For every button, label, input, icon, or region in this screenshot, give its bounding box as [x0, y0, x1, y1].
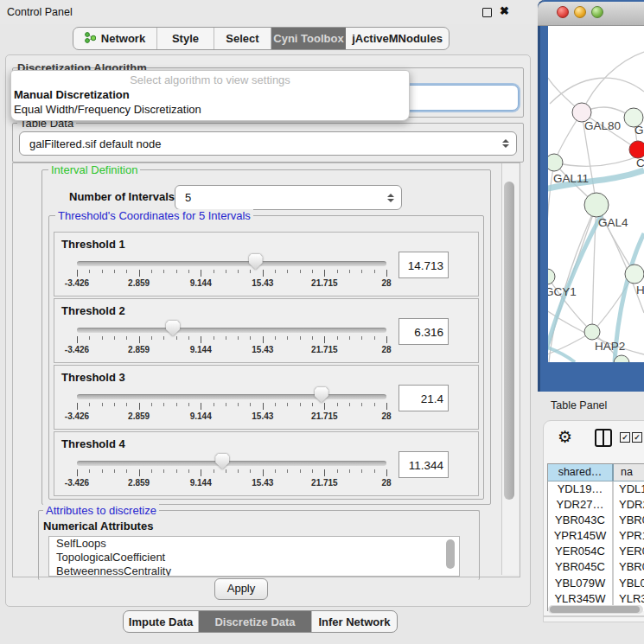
tab-select-label: Select	[226, 32, 258, 45]
slider-thumb[interactable]	[215, 454, 229, 469]
table-data-dropdown[interactable]: galFiltered.sif default node	[19, 131, 517, 156]
cell-shared-name[interactable]: YBR045C	[548, 559, 612, 575]
tab-style[interactable]: Style	[157, 28, 214, 49]
window-zoom-button[interactable]	[591, 6, 603, 18]
network-node[interactable]	[625, 265, 644, 284]
window-close-button[interactable]	[557, 6, 569, 18]
cell-shared-name[interactable]: YDL19…	[548, 481, 612, 497]
column-header-shared[interactable]: shared…	[548, 464, 614, 481]
cell-name[interactable]: YDR2	[612, 497, 644, 513]
tab-discretize-data[interactable]: Discretize Data	[199, 611, 312, 632]
attributes-group-title: Attributes to discretize	[43, 504, 159, 517]
cell-name[interactable]: YBR0	[612, 513, 644, 528]
threshold-3-panel: Threshold 3 -3.4262.8599.14415.4321.7152…	[54, 365, 479, 430]
thresholds-group-title: Threshold's Coordinates for 5 Intervals	[55, 209, 253, 222]
slider-thumb[interactable]	[166, 321, 180, 336]
table-row[interactable]: YBR045CYBR0	[548, 559, 644, 575]
window-minimize-button[interactable]	[574, 6, 586, 18]
network-node-label: C	[636, 156, 644, 169]
tab-network[interactable]: Network	[73, 28, 157, 49]
network-node-label: GAL4	[598, 216, 628, 229]
threshold-2-label: Threshold 2	[61, 304, 125, 317]
network-node[interactable]	[584, 324, 600, 340]
threshold-3-slider[interactable]: -3.4262.8599.14415.4321.71528	[77, 386, 386, 421]
scale-label: 28	[381, 278, 391, 288]
tab-infer-network[interactable]: Infer Network	[312, 611, 397, 632]
numerical-attributes-list[interactable]: SelfLoopsTopologicalCoefficientBetweenne…	[48, 536, 460, 577]
scale-label: 2.859	[128, 411, 150, 421]
attributes-list-scrollbar-thumb[interactable]	[446, 539, 455, 569]
network-icon	[85, 31, 96, 47]
threshold-4-value-field[interactable]: 11.344	[399, 451, 449, 478]
slider-scale-labels: -3.4262.8599.14415.4321.71528	[77, 478, 386, 488]
cell-shared-name[interactable]: YER054C	[548, 544, 612, 559]
list-item[interactable]: TopologicalCoefficient	[49, 551, 459, 564]
cyni-bottom-tabs: Impute Data Discretize Data Infer Networ…	[123, 610, 398, 633]
threshold-2-value-field[interactable]: 6.316	[399, 318, 449, 345]
slider-ticks	[77, 336, 386, 345]
network-node-label: G	[634, 124, 644, 137]
slider-thumb[interactable]	[249, 254, 263, 270]
apply-button[interactable]: Apply	[214, 578, 268, 600]
threshold-1-value-field[interactable]: 14.713	[399, 252, 449, 278]
network-node[interactable]	[539, 269, 555, 284]
network-node[interactable]	[584, 193, 609, 217]
cell-name[interactable]: YER0	[612, 544, 644, 559]
network-edge[interactable]	[541, 277, 547, 362]
table-row[interactable]: YDR27…YDR2	[548, 497, 644, 513]
tab-cyni-toolbox[interactable]: Cyni Toolbox	[271, 28, 346, 49]
table-row[interactable]: YBL079WYBL0	[548, 576, 644, 591]
list-item[interactable]: SelfLoops	[49, 537, 459, 551]
list-item[interactable]: BetweennessCentrality	[49, 564, 459, 577]
table-panel-bottom-edge	[543, 615, 644, 617]
split-columns-icon[interactable]	[595, 429, 612, 447]
slider-track[interactable]	[77, 461, 386, 466]
scale-label: 9.144	[190, 478, 212, 488]
scale-label: -3.426	[65, 411, 89, 421]
table-horizontal-scrollbar-thumb[interactable]	[550, 606, 640, 613]
threshold-1-slider[interactable]: -3.4262.8599.14415.4321.71528	[77, 253, 386, 288]
cell-name[interactable]: YBL0	[612, 576, 644, 591]
table-row[interactable]: YER054CYER0	[548, 544, 644, 559]
scale-label: 28	[381, 411, 391, 421]
cell-shared-name[interactable]: YBR043C	[548, 513, 612, 528]
tab-impute-data[interactable]: Impute Data	[124, 611, 199, 632]
close-icon[interactable]: ✖	[500, 4, 509, 17]
threshold-3-value-field[interactable]: 21.4	[399, 385, 449, 411]
slider-scale-labels: -3.4262.8599.14415.4321.71528	[77, 411, 386, 422]
cell-name[interactable]: YBR0	[612, 559, 644, 575]
threshold-4-slider[interactable]: -3.4262.8599.14415.4321.71528	[77, 453, 386, 488]
dropdown-placeholder: Select algorithm to view settings	[11, 73, 409, 86]
float-window-icon[interactable]	[482, 8, 492, 17]
slider-track[interactable]	[77, 328, 386, 333]
threshold-3-label: Threshold 3	[61, 371, 125, 384]
dropdown-option-equal-width-frequency[interactable]: Equal Width/Frequency Discretization	[14, 103, 201, 116]
network-node[interactable]	[629, 141, 644, 158]
slider-track[interactable]	[77, 261, 386, 266]
table-header-row: shared… na	[547, 463, 644, 481]
number-of-intervals-spinner[interactable]: 5	[175, 185, 402, 210]
gear-icon[interactable]: ⚙	[558, 427, 572, 447]
dropdown-option-manual-discretization[interactable]: Manual Discretization	[14, 88, 130, 101]
network-canvas[interactable]: GAL80GCGAL11GAL4GCY1HHAP2	[538, 26, 644, 362]
cell-shared-name[interactable]: YBL079W	[548, 576, 612, 591]
cell-name[interactable]: YDL1	[612, 481, 644, 497]
network-node[interactable]	[545, 154, 563, 171]
tab-jactivemnodules[interactable]: jActiveMNodules	[346, 28, 449, 49]
tab-select[interactable]: Select	[214, 28, 271, 49]
checkbox-icon-1[interactable]: ✓	[620, 432, 630, 443]
threshold-2-panel: Threshold 2 -3.4262.8599.14415.4321.7152…	[54, 298, 479, 363]
scale-label: 28	[381, 478, 391, 488]
slider-track[interactable]	[77, 394, 386, 399]
threshold-2-slider[interactable]: -3.4262.8599.14415.4321.71528	[77, 320, 386, 354]
table-row[interactable]: YPR145WYPR1	[548, 528, 644, 544]
table-row[interactable]: YBR043CYBR0	[548, 513, 644, 528]
cell-shared-name[interactable]: YDR27…	[548, 497, 612, 513]
cell-shared-name[interactable]: YPR145W	[548, 528, 612, 544]
checkbox-icon-2[interactable]: ✓	[632, 432, 642, 443]
vertical-scrollbar-thumb[interactable]	[504, 182, 514, 500]
slider-thumb[interactable]	[315, 387, 328, 403]
cell-name[interactable]: YPR1	[612, 528, 644, 544]
table-row[interactable]: YDL19…YDL1	[548, 481, 644, 497]
column-header-name[interactable]: na	[614, 464, 644, 481]
